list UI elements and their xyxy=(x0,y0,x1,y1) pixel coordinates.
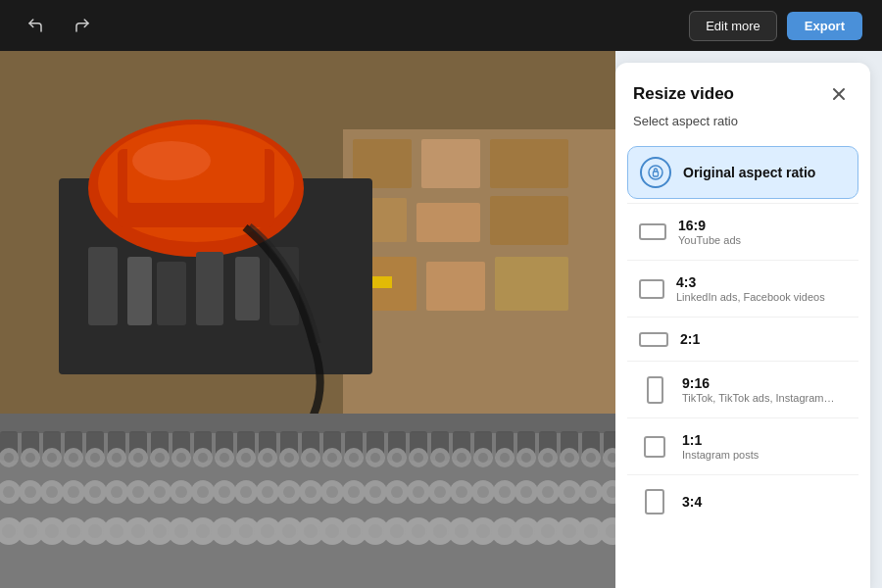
svg-point-162 xyxy=(434,486,446,498)
svg-point-169 xyxy=(585,486,597,498)
ratio-item-1-1[interactable]: 1:1 Instagram posts xyxy=(627,422,858,470)
rect-9-16-shape xyxy=(647,376,663,404)
svg-point-161 xyxy=(413,486,424,498)
ratio-name-9-16: 9:16 xyxy=(682,375,834,391)
svg-point-225 xyxy=(541,524,555,538)
svg-point-90 xyxy=(133,453,143,463)
divider-3 xyxy=(627,317,858,318)
svg-point-158 xyxy=(348,486,360,498)
svg-point-224 xyxy=(519,524,533,538)
svg-rect-10 xyxy=(495,257,568,311)
svg-point-146 xyxy=(89,486,101,498)
svg-point-151 xyxy=(197,486,209,498)
svg-point-166 xyxy=(520,486,532,498)
svg-point-220 xyxy=(433,524,447,538)
svg-point-204 xyxy=(88,524,102,538)
ratio-desc-16-9: YouTube ads xyxy=(678,234,741,246)
svg-point-218 xyxy=(390,524,404,538)
svg-point-206 xyxy=(131,524,145,538)
svg-point-154 xyxy=(262,486,273,498)
ratio-icon-2-1 xyxy=(639,332,668,347)
divider-1 xyxy=(627,203,858,204)
svg-point-145 xyxy=(68,486,79,498)
ratio-text-3-4: 3:4 xyxy=(682,494,702,510)
svg-point-105 xyxy=(457,453,466,463)
ratio-icon-4-3 xyxy=(639,279,664,299)
redo-button[interactable] xyxy=(67,10,98,41)
svg-point-200 xyxy=(2,524,16,538)
topbar-left xyxy=(20,10,98,41)
svg-point-222 xyxy=(476,524,490,538)
svg-rect-7 xyxy=(490,196,568,245)
ratio-text-4-3: 4:3 LinkedIn ads, Facebook videos xyxy=(676,274,825,303)
svg-point-111 xyxy=(586,453,596,463)
svg-point-217 xyxy=(368,524,382,538)
svg-rect-4 xyxy=(490,139,568,188)
svg-point-155 xyxy=(283,486,295,498)
ratio-text-16-9: 16:9 YouTube ads xyxy=(678,218,741,246)
topbar-right: Edit more Export xyxy=(689,11,862,41)
svg-point-221 xyxy=(455,524,468,538)
svg-point-86 xyxy=(47,453,57,463)
svg-point-89 xyxy=(112,453,122,463)
video-area xyxy=(0,51,615,588)
resize-panel: Resize video Select aspect ratio xyxy=(615,63,870,588)
ratio-text-1-1: 1:1 Instagram posts xyxy=(682,432,759,461)
svg-point-149 xyxy=(154,486,166,498)
ratio-name-2-1: 2:1 xyxy=(680,331,700,347)
svg-point-108 xyxy=(521,453,531,463)
svg-point-156 xyxy=(305,486,317,498)
svg-point-88 xyxy=(90,453,100,463)
rect-3-4-shape xyxy=(645,489,664,514)
ratio-icon-1-1 xyxy=(639,436,670,458)
close-button[interactable] xyxy=(825,80,853,108)
svg-point-216 xyxy=(347,524,361,538)
svg-point-103 xyxy=(414,453,423,463)
svg-rect-22 xyxy=(235,257,260,320)
edit-more-button[interactable]: Edit more xyxy=(689,11,777,41)
svg-point-152 xyxy=(219,486,230,498)
svg-point-17 xyxy=(132,141,211,180)
divider-6 xyxy=(627,474,858,475)
svg-rect-20 xyxy=(157,262,186,325)
svg-point-93 xyxy=(198,453,208,463)
svg-point-212 xyxy=(261,524,274,538)
svg-point-143 xyxy=(24,486,36,498)
ratio-item-9-16[interactable]: 9:16 TikTok, TikTok ads, Instagram… xyxy=(627,366,858,414)
ratio-icon-3-4 xyxy=(639,489,670,514)
ratio-item-2-1[interactable]: 2:1 xyxy=(627,321,858,357)
svg-point-153 xyxy=(240,486,252,498)
divider-4 xyxy=(627,361,858,362)
rect-2-1-shape xyxy=(639,332,668,347)
divider-2 xyxy=(627,260,858,261)
svg-rect-3 xyxy=(421,139,480,188)
svg-rect-6 xyxy=(416,203,480,242)
ratio-item-original[interactable]: Original aspect ratio xyxy=(627,146,858,199)
video-image xyxy=(0,51,615,588)
svg-point-96 xyxy=(263,453,272,463)
ratio-item-4-3[interactable]: 4:3 LinkedIn ads, Facebook videos xyxy=(627,265,858,313)
ratio-text-2-1: 2:1 xyxy=(680,331,700,347)
svg-point-101 xyxy=(370,453,380,463)
svg-point-163 xyxy=(456,486,467,498)
svg-point-160 xyxy=(391,486,403,498)
svg-point-157 xyxy=(326,486,338,498)
rect-4-3-shape xyxy=(639,279,664,299)
svg-point-94 xyxy=(220,453,229,463)
svg-point-213 xyxy=(282,524,296,538)
svg-point-98 xyxy=(306,453,316,463)
svg-point-203 xyxy=(67,524,80,538)
svg-point-100 xyxy=(349,453,359,463)
original-icon-shape xyxy=(640,157,671,188)
svg-rect-19 xyxy=(127,257,152,325)
original-ratio-text: Original aspect ratio xyxy=(683,165,815,180)
export-button[interactable]: Export xyxy=(787,12,862,40)
undo-button[interactable] xyxy=(20,10,51,41)
svg-point-104 xyxy=(435,453,445,463)
svg-point-97 xyxy=(284,453,294,463)
panel-header: Resize video xyxy=(615,63,870,114)
ratio-item-3-4[interactable]: 3:4 xyxy=(627,479,858,524)
svg-point-107 xyxy=(500,453,510,463)
ratio-item-16-9[interactable]: 16:9 YouTube ads xyxy=(627,208,858,256)
svg-point-159 xyxy=(369,486,381,498)
